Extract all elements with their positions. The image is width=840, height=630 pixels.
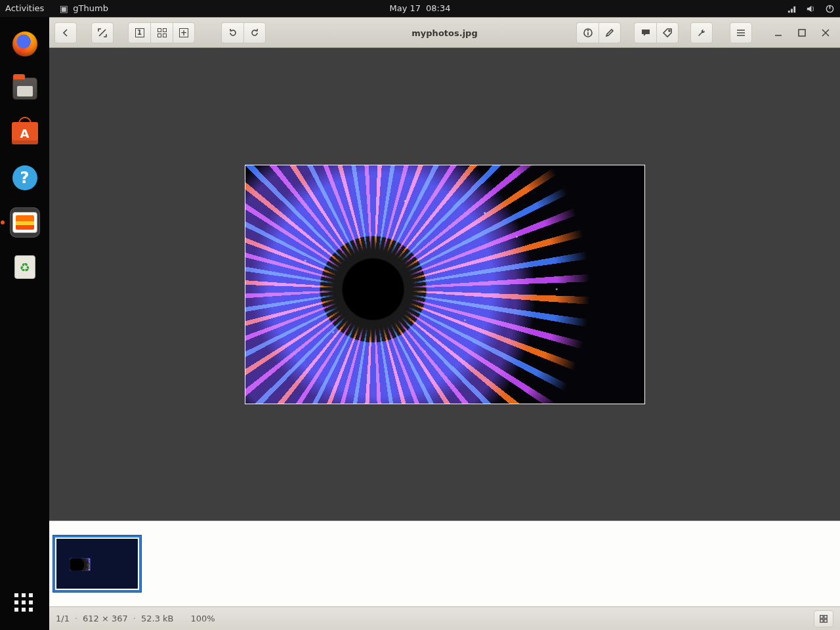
hamburger-icon: [736, 28, 746, 38]
status-filesize: 52.3 kB: [141, 614, 174, 623]
fit-window-icon: [158, 28, 167, 37]
info-edit-group: [576, 22, 621, 43]
system-status-area[interactable]: [787, 4, 835, 14]
status-bar: 1/1 · 612 × 367 · 52.3 kB 100%: [49, 606, 840, 630]
zoom-100-button[interactable]: [173, 22, 195, 43]
edit-icon: [604, 28, 615, 38]
maximize-icon: [797, 28, 807, 38]
gthumb-icon: [12, 212, 37, 233]
thumbnail-item[interactable]: [53, 536, 141, 592]
fit-width-button[interactable]: 1: [128, 22, 150, 43]
headerbar: 1 myphotos.jpg: [49, 18, 840, 48]
back-icon: [60, 28, 71, 38]
app-menu[interactable]: ▣ gThumb: [58, 0, 108, 17]
edit-button[interactable]: [598, 22, 621, 43]
svg-point-4: [587, 30, 588, 31]
image-viewer[interactable]: [49, 48, 840, 521]
ubuntu-dock: ?: [0, 17, 49, 630]
activities-button[interactable]: Activities: [5, 0, 44, 17]
software-icon: [12, 122, 38, 144]
maximize-button[interactable]: [793, 22, 811, 43]
svg-rect-6: [799, 30, 805, 36]
tag-icon: [662, 28, 673, 38]
status-position: 1/1: [56, 614, 70, 623]
gthumb-window: 1 myphotos.jpg: [49, 17, 840, 630]
status-dimensions: 612 × 367: [83, 614, 128, 623]
comment-icon: [640, 28, 651, 38]
tools-button[interactable]: [690, 22, 713, 43]
zoom-mode-group: 1: [128, 22, 195, 43]
dock-software[interactable]: [10, 118, 40, 148]
minimize-button[interactable]: [769, 22, 788, 43]
browser-view-button[interactable]: [814, 610, 833, 627]
meta-group: [634, 22, 679, 43]
app-menu-label: gThumb: [73, 0, 108, 17]
fit-width-icon: 1: [135, 28, 144, 37]
power-icon: [825, 4, 835, 14]
properties-button[interactable]: [576, 22, 598, 43]
svg-rect-8: [824, 615, 827, 618]
thumbnail-image: [56, 539, 138, 589]
trash-icon: [14, 255, 35, 279]
clock-date: May 17: [389, 0, 421, 17]
network-icon: [787, 4, 797, 14]
svg-rect-9: [820, 619, 823, 621]
gthumb-menu-icon: ▣: [58, 3, 69, 14]
grid-icon: [819, 614, 828, 623]
comment-button[interactable]: [634, 22, 656, 43]
fullscreen-button[interactable]: [91, 22, 114, 43]
info-icon: [583, 28, 593, 38]
rotate-cw-button[interactable]: [243, 22, 266, 43]
dock-trash[interactable]: [10, 252, 40, 282]
dock-firefox[interactable]: [10, 29, 40, 59]
dock-files[interactable]: [10, 74, 40, 104]
svg-rect-10: [824, 619, 827, 621]
svg-point-5: [669, 30, 670, 32]
hamburger-menu-button[interactable]: [730, 22, 752, 43]
firefox-icon: [12, 32, 37, 56]
status-zoom: 100%: [191, 614, 215, 623]
wrench-icon: [696, 28, 707, 38]
fullscreen-icon: [97, 28, 108, 38]
dock-gthumb[interactable]: [10, 207, 40, 238]
rotate-group: [221, 22, 266, 43]
svg-rect-7: [820, 615, 823, 618]
minimize-icon: [773, 28, 784, 38]
help-icon: ?: [12, 165, 37, 190]
rotate-ccw-icon: [228, 28, 238, 38]
zoom-100-icon: [179, 28, 188, 37]
volume-icon: [806, 4, 816, 14]
thumbnail-strip: [49, 521, 840, 606]
rotate-ccw-button[interactable]: [221, 22, 243, 43]
tags-button[interactable]: [656, 22, 679, 43]
window-title: myphotos.jpg: [411, 28, 477, 37]
close-icon: [820, 28, 831, 38]
rotate-cw-icon: [249, 28, 260, 38]
clock-time: 08:34: [426, 0, 450, 17]
show-applications-button[interactable]: [14, 593, 35, 614]
close-button[interactable]: [816, 22, 835, 43]
displayed-image: [245, 165, 645, 404]
fit-window-button[interactable]: [150, 22, 173, 43]
files-icon: [12, 77, 37, 100]
gnome-top-bar: Activities ▣ gThumb May 17 08:34: [0, 0, 840, 17]
back-button[interactable]: [54, 22, 77, 43]
dock-help[interactable]: ?: [10, 163, 40, 193]
clock[interactable]: May 17 08:34: [389, 0, 450, 17]
